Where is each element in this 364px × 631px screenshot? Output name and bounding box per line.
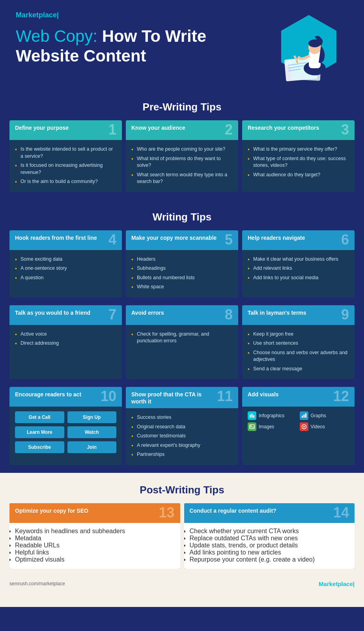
list-item: Helpful links <box>15 549 175 556</box>
card-4-number: 4 <box>108 233 116 247</box>
logo-cursor: | <box>57 11 59 19</box>
list-item: A one-sentence story <box>15 264 116 273</box>
join-button[interactable]: Join <box>67 441 117 453</box>
footer-logo: Marketplace| <box>319 581 355 587</box>
visuals-grid: Infographics Graphs Images Videos <box>242 407 355 437</box>
card-13-title: Optimize your copy for SEO <box>15 507 156 514</box>
card-6-number: 6 <box>341 233 349 247</box>
card-define-purpose: Define your purpose 1 Is the website int… <box>9 120 122 192</box>
subscribe-button[interactable]: Subscribe <box>15 441 64 453</box>
infographics-label: Infographics <box>259 413 284 418</box>
list-item: What type of content do they use: succes… <box>248 154 349 170</box>
pre-writing-grid: Define your purpose 1 Is the website int… <box>0 120 364 200</box>
svg-rect-14 <box>253 415 254 418</box>
list-item: Add relevant links <box>248 264 349 273</box>
images-icon <box>248 422 256 431</box>
card-avoid-errors: Avoid errors 8 Check for spelling, gramm… <box>126 305 238 379</box>
card-1-header: Define your purpose 1 <box>9 120 122 140</box>
card-5-number: 5 <box>225 233 233 247</box>
list-item: Metadata <box>15 535 175 542</box>
card-talk-friend: Talk as you would to a friend 7 Active v… <box>9 305 122 379</box>
watch-button[interactable]: Watch <box>67 426 117 438</box>
graphs-icon <box>300 411 308 420</box>
card-9-list: Keep it jargon free Use short sentences … <box>248 330 349 374</box>
post-writing-section: Post-Writing Tips Optimize your copy for… <box>0 473 364 607</box>
footer: semrush.com/marketplace Marketplace| <box>0 577 364 595</box>
list-item: Success stories <box>131 413 233 422</box>
card-8-title: Avoid errors <box>131 309 222 316</box>
list-item: Check whether your current CTA works <box>190 528 349 535</box>
list-item: Readable URLs <box>15 542 175 549</box>
card-7-header: Talk as you would to a friend 7 <box>9 305 122 325</box>
card-6-title: Help readers navigate <box>248 234 339 241</box>
list-item: Repurpose your content (e.g. create a vi… <box>190 556 349 563</box>
card-7-title: Talk as you would to a friend <box>15 309 106 316</box>
card-9-header: Talk in layman's terms 9 <box>242 305 355 325</box>
card-7-list: Active voice Direct addressing <box>15 330 116 348</box>
list-item: Original research data <box>131 422 233 432</box>
list-item: Make it clear what your business offers <box>248 255 349 264</box>
writing-grid-row1: Hook readers from the first line 4 Some … <box>0 230 364 305</box>
card-laymans-terms: Talk in layman's terms 9 Keep it jargon … <box>242 305 355 379</box>
list-item: Active voice <box>15 330 116 339</box>
card-13-header: Optimize your copy for SEO 13 <box>9 503 180 523</box>
list-item: Headers <box>131 255 233 264</box>
card-1-title: Define your purpose <box>15 124 106 131</box>
card-navigate: Help readers navigate 6 Make it clear wh… <box>242 230 355 297</box>
list-item: A relevant expert's biography <box>131 441 233 450</box>
learn-more-button[interactable]: Learn More <box>15 426 64 438</box>
list-item: Keywords in headlines and subheaders <box>15 528 175 535</box>
card-5-header: Make your copy more scannable 5 <box>126 230 238 250</box>
sign-up-button[interactable]: Sign Up <box>67 411 117 423</box>
card-8-body: Check for spelling, grammar, and punctua… <box>126 325 238 351</box>
svg-rect-12 <box>250 414 251 418</box>
get-a-call-button[interactable]: Get a Call <box>15 411 64 423</box>
card-1-body: Is the website intended to sell a produc… <box>9 140 122 192</box>
card-14-header: Conduct a regular content audit? 14 <box>184 503 355 523</box>
card-9-number: 9 <box>341 308 349 322</box>
logo: Marketplace| <box>16 11 269 19</box>
card-11-title: Show proof that the CTA is worth it <box>131 391 215 405</box>
writing-grid-row3: Encourage readers to act 10 Get a Call S… <box>0 387 364 473</box>
list-item: Who are the people coming to your site? <box>131 145 233 154</box>
footer-logo-text: Marketplace <box>319 581 353 587</box>
card-9-body: Keep it jargon free Use short sentences … <box>242 325 355 379</box>
card-5-title: Make your copy more scannable <box>131 234 222 241</box>
footer-url: semrush.com/marketplace <box>9 581 65 586</box>
list-item: Subheadings <box>131 264 233 273</box>
title-thin: Web Copy: <box>16 27 97 45</box>
card-3-title: Research your competitors <box>248 124 339 131</box>
card-1-list: Is the website intended to sell a produc… <box>15 145 116 187</box>
main-title: Web Copy: How To WriteWebsite Content <box>16 26 269 66</box>
card-encourage-act: Encourage readers to act 10 Get a Call S… <box>9 387 122 465</box>
card-show-proof: Show proof that the CTA is worth it 11 S… <box>126 387 238 465</box>
svg-rect-16 <box>303 414 304 418</box>
svg-rect-15 <box>302 416 303 418</box>
card-6-list: Make it clear what your business offers … <box>248 255 349 283</box>
card-10-title: Encourage readers to act <box>15 391 98 398</box>
card-2-list: Who are the people coming to your site? … <box>131 145 233 187</box>
svg-rect-13 <box>252 414 253 418</box>
pre-writing-title: Pre-Writing Tips <box>0 90 364 120</box>
card-12-title: Add visuals <box>248 391 331 398</box>
footer-logo-cursor: | <box>353 581 355 587</box>
post-writing-title: Post-Writing Tips <box>0 473 364 503</box>
visual-images: Images <box>248 422 297 431</box>
list-item: Is it focused on increasing advertising … <box>15 161 116 177</box>
card-seo: Optimize your copy for SEO 13 Keywords i… <box>9 503 180 569</box>
card-14-number: 14 <box>333 506 349 520</box>
card-8-number: 8 <box>225 308 233 322</box>
header: Marketplace| Web Copy: How To WriteWebsi… <box>0 0 364 90</box>
list-item: Replace outdated CTAs with new ones <box>190 535 349 542</box>
card-scannable: Make your copy more scannable 5 Headers … <box>126 230 238 297</box>
videos-label: Videos <box>311 424 325 429</box>
card-4-title: Hook readers from the first line <box>15 234 106 241</box>
card-11-list: Success stories Original research data C… <box>131 413 233 459</box>
writing-grid-row2: Talk as you would to a friend 7 Active v… <box>0 305 364 387</box>
card-13-body: Keywords in headlines and subheaders Met… <box>9 523 180 569</box>
card-8-header: Avoid errors 8 <box>126 305 238 325</box>
list-item: What audience do they target? <box>248 170 349 180</box>
cta-buttons-grid: Get a Call Sign Up Learn More Watch Subs… <box>9 407 122 459</box>
card-4-body: Some exciting data A one-sentence story … <box>9 250 122 288</box>
card-10-number: 10 <box>101 389 116 403</box>
